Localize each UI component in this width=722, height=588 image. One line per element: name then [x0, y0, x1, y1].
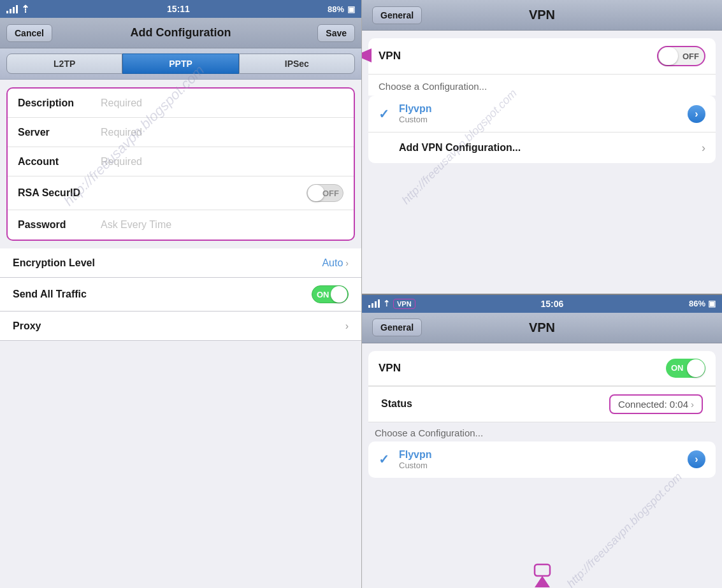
field-placeholder-account[interactable]: Required: [101, 156, 343, 168]
nav-bar-right-bottom: General VPN: [362, 313, 722, 343]
battery-display: 88% ▣: [328, 4, 355, 14]
svg-marker-1: [361, 48, 372, 62]
config-main-name-top: Flyvpn: [399, 103, 688, 115]
signal-icon: [6, 5, 18, 13]
status-value[interactable]: Connected: 0:04 ›: [609, 394, 703, 414]
send-traffic-row: Send All Traffic ON: [0, 278, 361, 312]
vpn-toggle-row-top: VPN OFF: [368, 38, 716, 75]
config-list-bottom: ✓ Flyvpn Custom ›: [368, 441, 716, 478]
status-label: Status: [381, 398, 609, 410]
check-placeholder-top: ✓: [379, 140, 391, 155]
add-config-label-top: Add VPN Configuration...: [399, 142, 702, 154]
cancel-button[interactable]: Cancel: [6, 24, 52, 42]
field-placeholder-description[interactable]: Required: [101, 97, 343, 109]
vpn-badge: VPN: [393, 299, 415, 309]
form-row-account: Account Required: [8, 147, 354, 176]
status-row: Status Connected: 0:04 ›: [368, 386, 716, 422]
status-bar-left-items: ⇡: [6, 3, 29, 15]
vpn-title-top: VPN: [529, 8, 555, 22]
tab-pptp[interactable]: PPTP: [122, 54, 238, 74]
left-panel: ⇡ 15:11 88% ▣ Cancel Add Configuration S…: [0, 0, 361, 588]
general-button-top[interactable]: General: [372, 6, 422, 24]
nav-bar-left: Cancel Add Configuration Save: [0, 18, 361, 48]
wifi-icon-bottom: ⇡: [383, 299, 390, 308]
status-bar-left-bottom: ⇡ VPN: [368, 299, 415, 309]
config-item-flyvpn-top[interactable]: ✓ Flyvpn Custom ›: [368, 96, 716, 133]
toggle-off-text: OFF: [682, 52, 699, 61]
config-detail-button-bottom[interactable]: ›: [688, 450, 705, 468]
chevron-right-icon: ›: [345, 258, 349, 268]
nav-bar-right-top: General VPN: [362, 0, 722, 31]
config-sub-name-top: Custom: [399, 115, 688, 124]
config-name-top: Flyvpn Custom: [399, 103, 688, 124]
battery-icon: ▣: [347, 4, 355, 14]
right-panel: General VPN VPN OFF Choose a Configurati…: [361, 0, 722, 588]
form-row-server: Server Required: [8, 118, 354, 147]
config-add-top[interactable]: ✓ Add VPN Configuration... ›: [368, 133, 716, 163]
vpn-toggle-off[interactable]: OFF: [657, 46, 705, 66]
field-placeholder-password[interactable]: Ask Every Time: [101, 219, 343, 231]
save-button[interactable]: Save: [317, 24, 355, 42]
vpn-toggle-row-bottom: VPN ON: [368, 351, 716, 386]
toggle-label-rsa: OFF: [322, 189, 339, 198]
send-traffic-toggle[interactable]: ON: [312, 285, 349, 303]
form-row-description: Description Required: [8, 89, 354, 118]
svg-marker-3: [535, 576, 550, 587]
check-icon-bottom: ✓: [379, 452, 391, 467]
time-display-bottom: 15:06: [540, 299, 563, 309]
status-bar-left: ⇡ 15:11 88% ▣: [0, 0, 361, 18]
check-icon-top: ✓: [379, 106, 391, 122]
chevron-proxy-icon: ›: [345, 320, 349, 332]
field-label-description: Description: [18, 97, 101, 109]
config-section-header-top: Choose a Configuration...: [368, 75, 716, 96]
config-main-name-bottom: Flyvpn: [399, 449, 688, 461]
encryption-row: Encryption Level Auto ›: [0, 248, 361, 278]
status-bar-right-bottom: ⇡ VPN 15:06 86% ▣: [362, 295, 722, 313]
proxy-row: Proxy ›: [0, 312, 361, 341]
toggle-on-text: ON: [671, 363, 684, 373]
svg-rect-2: [535, 564, 550, 576]
config-sub-name-bottom: Custom: [399, 461, 688, 470]
toggle-label-traffic: ON: [317, 290, 329, 299]
tab-l2tp[interactable]: L2TP: [6, 54, 122, 74]
chevron-status-icon: ›: [691, 399, 694, 410]
config-name-bottom: Flyvpn Custom: [399, 449, 688, 470]
encryption-label: Encryption Level: [13, 257, 96, 269]
config-item-flyvpn-bottom[interactable]: ✓ Flyvpn Custom ›: [368, 441, 716, 478]
vpn-off-screen: General VPN VPN OFF Choose a Configurati…: [362, 0, 722, 295]
vpn-toggle-on[interactable]: ON: [666, 359, 705, 378]
vpn-label-bottom: VPN: [379, 362, 666, 375]
toggle-knob-traffic: [331, 286, 347, 303]
field-label-rsa: RSA SecurID: [18, 187, 101, 199]
general-button-bottom[interactable]: General: [372, 319, 422, 336]
proxy-label: Proxy: [13, 320, 96, 332]
send-traffic-label: Send All Traffic: [13, 289, 96, 300]
config-list-top: ✓ Flyvpn Custom › ✓ Add VPN Configuratio…: [368, 96, 716, 163]
encryption-value[interactable]: Auto ›: [322, 257, 349, 269]
field-label-server: Server: [18, 127, 101, 138]
toggle-knob-vpn-on: [687, 359, 705, 377]
vpn-on-screen: ⇡ VPN 15:06 86% ▣ General VPN VPN ON Sta…: [362, 295, 722, 589]
config-detail-button-top[interactable]: ›: [688, 105, 705, 123]
tab-ipsec[interactable]: IPSec: [239, 54, 355, 74]
page-title-left: Add Configuration: [131, 26, 231, 39]
form-row-password: Password Ask Every Time: [8, 210, 354, 240]
battery-right-bottom: 86% ▣: [689, 299, 716, 308]
time-display: 15:11: [167, 4, 190, 14]
field-label-account: Account: [18, 156, 101, 168]
form-section: Description Required Server Required Acc…: [6, 87, 355, 241]
form-row-rsa: RSA SecurID OFF: [8, 176, 354, 210]
toggle-knob-vpn-off: [659, 47, 678, 65]
field-placeholder-server[interactable]: Required: [101, 127, 343, 138]
protocol-tabs: L2TP PPTP IPSec: [0, 48, 361, 80]
vpn-label-top: VPN: [379, 50, 657, 62]
arrow-annotation-top: [361, 45, 381, 67]
down-arrow-annotation: [530, 563, 555, 588]
signal-icon-bottom: [368, 299, 380, 308]
vpn-title-bottom: VPN: [529, 320, 555, 335]
field-label-password: Password: [18, 219, 101, 231]
config-section-header-bottom: Choose a Configuration...: [362, 422, 722, 441]
rsa-toggle[interactable]: OFF: [307, 184, 343, 202]
wifi-icon: ⇡: [21, 3, 29, 15]
watermark-right-bottom: http://freeusavpn.blogspot.com: [564, 470, 684, 588]
